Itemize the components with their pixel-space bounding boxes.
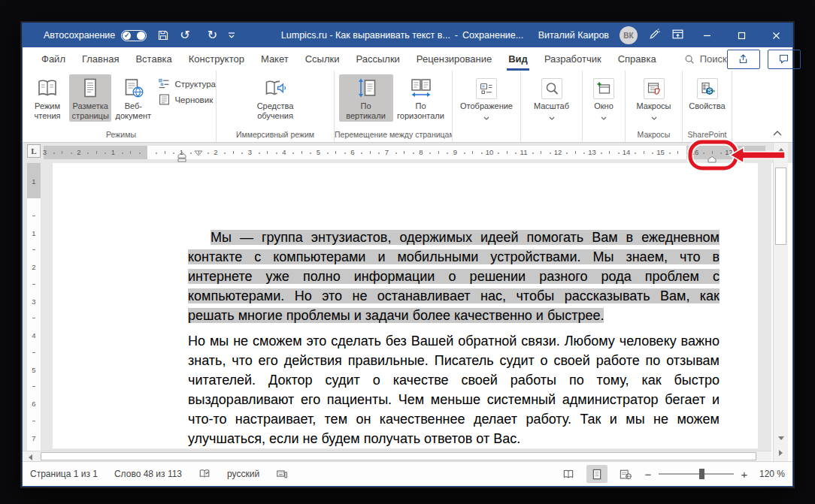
- read-mode-icon: [36, 77, 59, 99]
- next-page-button[interactable]: [775, 447, 786, 458]
- minimize-button[interactable]: [695, 23, 719, 47]
- ruler-number: 2: [214, 148, 217, 156]
- customize-qat-button[interactable]: [228, 32, 235, 38]
- ruler-tick: [310, 152, 311, 154]
- ruler-tick: [344, 152, 346, 154]
- document-page[interactable]: Мы — группа энтузиастов, одержимых идеей…: [53, 163, 758, 448]
- horizontal-ruler[interactable]: 1231234567891011121314151617: [44, 146, 765, 159]
- close-button[interactable]: [764, 23, 788, 47]
- avatar[interactable]: ВК: [620, 26, 638, 44]
- zoom-in-button[interactable]: +: [740, 468, 749, 481]
- ruler-number: 15: [656, 148, 665, 156]
- ruler-number: 5: [32, 365, 35, 373]
- ribbon-group-label: SharePoint: [683, 129, 732, 142]
- ribbon-button-window-new[interactable]: Окно: [586, 74, 622, 118]
- ruler-number: 2: [77, 148, 80, 156]
- share-icon: [738, 53, 749, 65]
- paragraph[interactable]: Но мы не сможем это сделать без Вашей об…: [188, 331, 720, 448]
- save-button[interactable]: [157, 29, 169, 41]
- ribbon-button-zoom-lens[interactable]: Масштаб: [525, 74, 579, 118]
- ribbon-button-vertical[interactable]: Повертикали: [339, 74, 393, 122]
- ruler-number: 4: [32, 331, 35, 340]
- ruler-tick: [686, 152, 688, 154]
- ribbon-display-options-button[interactable]: [671, 28, 684, 43]
- proofing-status[interactable]: [198, 468, 211, 480]
- comments-button[interactable]: [768, 50, 801, 69]
- tab-Вид[interactable]: Вид: [500, 47, 536, 71]
- title-bar[interactable]: Автосохранение ✓ ↺ ↻ Lumpics.ru - Как: [23, 23, 792, 47]
- ruler-tick: [575, 151, 576, 154]
- ribbon-button-web-layout[interactable]: Веб-документ: [112, 74, 154, 122]
- zoom-out-button[interactable]: −: [644, 468, 653, 481]
- horizontal-scrollbar[interactable]: [23, 451, 771, 461]
- tab-stop-selector[interactable]: L: [27, 144, 41, 158]
- tab-Справка[interactable]: Справка: [610, 47, 665, 71]
- web-layout-view-button[interactable]: [615, 465, 636, 483]
- ruler-tick: [738, 152, 739, 154]
- horizontal-scroll-thumb[interactable]: [41, 452, 756, 460]
- ruler-tick: [395, 152, 397, 154]
- ribbon-button-draft[interactable]: Черновик: [158, 93, 216, 106]
- ruler-number: 7: [32, 433, 35, 442]
- ruler-tick: [173, 152, 174, 154]
- scroll-left-icon[interactable]: [29, 454, 32, 460]
- read-mode-view-button[interactable]: [558, 465, 579, 483]
- autosave-toggle[interactable]: ✓: [121, 30, 147, 41]
- redo-button[interactable]: ↻: [208, 29, 217, 41]
- word-count[interactable]: Слово 48 из 113: [114, 469, 182, 479]
- autosave-control[interactable]: Автосохранение ✓: [44, 30, 147, 41]
- ribbon-button-show[interactable]: Отображение: [456, 74, 517, 118]
- ribbon-button-learning[interactable]: Средстваобучения: [253, 74, 297, 122]
- ribbon-button-macros[interactable]: Макросы: [629, 74, 679, 118]
- paragraph[interactable]: Мы — группа энтузиастов, одержимых идеей…: [188, 228, 720, 325]
- ribbon-button-label: Веб-: [125, 101, 142, 111]
- maximize-button[interactable]: [729, 23, 753, 47]
- input-mode-indicator[interactable]: [276, 468, 288, 480]
- page-indicator[interactable]: Страница 1 из 1: [30, 469, 98, 479]
- ink-pen-button[interactable]: [648, 28, 661, 43]
- undo-icon: ↺: [180, 29, 189, 41]
- ruler-number: 4: [282, 148, 286, 156]
- print-layout-view-button[interactable]: [586, 465, 607, 483]
- comment-icon: [778, 53, 789, 65]
- user-name: Виталий Каиров: [538, 30, 609, 41]
- scroll-down-button[interactable]: [775, 433, 786, 444]
- tab-Вставка[interactable]: Вставка: [127, 47, 180, 71]
- ribbon-button-horizontal[interactable]: Погоризонтали: [394, 74, 448, 122]
- ribbon-button-print-layout[interactable]: Разметкастраницы: [69, 74, 111, 122]
- check-icon: ✓: [123, 32, 131, 40]
- zoom-level[interactable]: 120 %: [756, 469, 785, 479]
- ribbon-button-read-mode[interactable]: Режимчтения: [26, 74, 68, 122]
- ribbon-button-properties[interactable]: SСвойства: [686, 74, 729, 112]
- tab-Рецензирование[interactable]: Рецензирование: [408, 47, 500, 71]
- show-icon: [476, 78, 497, 99]
- zoom-slider-thumb[interactable]: [699, 469, 704, 479]
- ruler-number: 16: [691, 148, 699, 156]
- search-control[interactable]: Поиск: [684, 47, 727, 71]
- vertical-scrollbar[interactable]: [773, 143, 788, 461]
- zoom-slider[interactable]: [659, 473, 734, 475]
- share-button[interactable]: [727, 50, 760, 69]
- tab-Макет[interactable]: Макет: [253, 47, 297, 71]
- tab-Рассылки[interactable]: Рассылки: [347, 47, 408, 71]
- vertical-scroll-thumb[interactable]: [775, 167, 786, 245]
- ruler-tick: [550, 152, 551, 154]
- tab-Ссылки[interactable]: Ссылки: [297, 47, 348, 71]
- ruler-number: 5: [317, 148, 320, 156]
- tab-Конструктор[interactable]: Конструктор: [180, 47, 253, 71]
- ruler-tick: [301, 151, 302, 154]
- language-indicator[interactable]: русский: [227, 469, 259, 479]
- scroll-right-icon: [779, 450, 783, 456]
- vertical-ruler[interactable]: 11234567: [27, 163, 41, 451]
- ribbon-button-outline[interactable]: Структура: [158, 77, 216, 90]
- tab-Файл[interactable]: Файл: [33, 47, 74, 71]
- undo-button[interactable]: ↺: [180, 29, 196, 41]
- collapse-ribbon-button[interactable]: [773, 125, 782, 139]
- tab-Главная[interactable]: Главная: [74, 47, 127, 71]
- proofing-icon: [198, 468, 211, 480]
- tab-Разработчик[interactable]: Разработчик: [536, 47, 610, 71]
- doc-line: читателей. Доктор судит о качестве своей…: [188, 370, 720, 390]
- scroll-up-button[interactable]: [775, 144, 786, 155]
- outline-icon: [158, 77, 171, 90]
- ruler-tick: [413, 152, 414, 154]
